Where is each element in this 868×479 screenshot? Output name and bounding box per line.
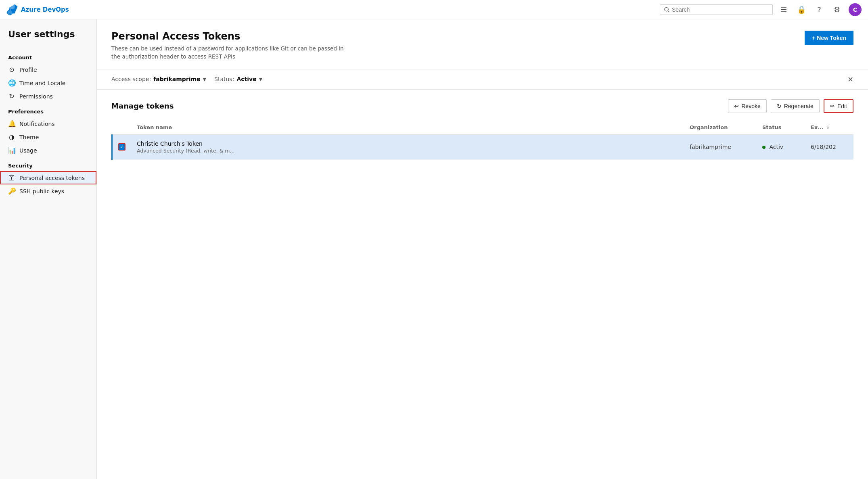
sidebar-item-ssh-public-keys[interactable]: 🔑 SSH public keys	[0, 184, 96, 198]
lock-icon[interactable]: 🔒	[795, 4, 807, 16]
status-active-dot	[762, 146, 766, 149]
tokens-table: Token name Organization Status Ex... ↓	[111, 120, 853, 160]
token-expiry: 6/18/202	[811, 144, 836, 150]
table-header-row: Token name Organization Status Ex... ↓	[112, 120, 854, 135]
ssh-icon: 🔑	[8, 187, 15, 195]
svg-line-1	[668, 10, 669, 12]
status-chevron-icon: ▼	[259, 77, 262, 82]
search-icon	[664, 7, 669, 13]
topnav: Azure DevOps ☰ 🔒 ? ⚙ C	[0, 0, 868, 19]
sidebar-item-label: Permissions	[19, 93, 53, 100]
search-input[interactable]	[672, 6, 768, 13]
sidebar-title: User settings	[0, 29, 96, 49]
token-scope: Advanced Security (Read, write, & m...	[137, 148, 678, 154]
sidebar-item-label: SSH public keys	[19, 188, 64, 195]
avatar[interactable]: C	[849, 3, 862, 16]
globe-icon: 🌐	[8, 79, 15, 87]
row-status-cell: Activ	[757, 134, 805, 159]
manage-tokens-header: Manage tokens ↩ Revoke ↻ Regenerate ✏ Ed…	[111, 99, 853, 113]
revoke-button[interactable]: ↩ Revoke	[728, 99, 766, 113]
status-filter[interactable]: Status: Active ▼	[214, 76, 262, 82]
sort-desc-icon: ↓	[826, 125, 830, 130]
sidebar-item-label: Time and Locale	[19, 80, 65, 86]
sidebar-section-security: Security	[0, 157, 96, 171]
person-icon: ⊙	[8, 66, 15, 73]
sidebar-item-label: Notifications	[19, 121, 55, 127]
azure-devops-logo-icon	[6, 4, 18, 15]
row-checkbox[interactable]: ✓	[118, 143, 125, 151]
col-header-org: Organization	[684, 120, 757, 135]
col-name-label: Token name	[137, 124, 172, 130]
bell-icon: 🔔	[8, 120, 15, 128]
col-header-exp[interactable]: Ex... ↓	[805, 120, 853, 135]
status-value: Active	[236, 76, 256, 82]
col-header-check	[112, 120, 132, 135]
sidebar-item-label: Profile	[19, 67, 37, 73]
app-name: Azure DevOps	[21, 6, 69, 13]
token-org: fabrikamprime	[690, 144, 731, 150]
token-status: Activ	[769, 144, 783, 150]
sidebar-item-time-locale[interactable]: 🌐 Time and Locale	[0, 76, 96, 90]
row-exp-cell: 6/18/202	[805, 134, 853, 159]
page-header-text: Personal Access Tokens These can be used…	[111, 31, 353, 61]
row-checkbox-cell[interactable]: ✓	[112, 134, 132, 159]
table-row[interactable]: ✓ Christie Church's Token Advanced Secur…	[112, 134, 854, 159]
sidebar-section-account: Account	[0, 49, 96, 63]
regenerate-label: Regenerate	[784, 103, 814, 109]
layout: User settings Account ⊙ Profile 🌐 Time a…	[0, 19, 868, 479]
sidebar-section-preferences: Preferences	[0, 103, 96, 117]
sidebar-item-label: Personal access tokens	[19, 175, 85, 181]
regenerate-icon: ↻	[777, 103, 782, 109]
sidebar-item-notifications[interactable]: 🔔 Notifications	[0, 117, 96, 130]
sidebar-item-usage[interactable]: 📊 Usage	[0, 144, 96, 157]
col-exp-label: Ex...	[811, 124, 824, 130]
sidebar-item-permissions[interactable]: ↻ Permissions	[0, 90, 96, 103]
col-status-label: Status	[762, 124, 782, 130]
app-logo[interactable]: Azure DevOps	[6, 4, 69, 15]
key-icon: ⚿	[8, 174, 15, 182]
sidebar-item-theme[interactable]: ◑ Theme	[0, 130, 96, 144]
page-header: Personal Access Tokens These can be used…	[97, 19, 868, 69]
edit-button[interactable]: ✏ Edit	[824, 99, 853, 113]
scope-filter[interactable]: Access scope: fabrikamprime ▼	[111, 76, 206, 82]
topnav-icons: ☰ 🔒 ? ⚙ C	[778, 3, 862, 16]
theme-icon: ◑	[8, 133, 15, 141]
scope-value: fabrikamprime	[153, 76, 200, 82]
manage-tokens-title: Manage tokens	[111, 102, 174, 110]
filter-bar: Access scope: fabrikamprime ▼ Status: Ac…	[97, 69, 868, 90]
filter-close-icon[interactable]: ✕	[847, 75, 853, 84]
settings-icon[interactable]: ⚙	[831, 4, 843, 16]
col-header-status: Status	[757, 120, 805, 135]
sidebar-item-label: Theme	[19, 134, 39, 140]
col-header-name: Token name	[131, 120, 684, 135]
sidebar-item-profile[interactable]: ⊙ Profile	[0, 63, 96, 76]
sidebar-item-label: Usage	[19, 147, 37, 154]
sidebar: User settings Account ⊙ Profile 🌐 Time a…	[0, 19, 97, 479]
main-content: Personal Access Tokens These can be used…	[97, 19, 868, 479]
col-org-label: Organization	[690, 124, 728, 130]
edit-label: Edit	[837, 103, 847, 109]
page-title: Personal Access Tokens	[111, 31, 353, 42]
regenerate-button[interactable]: ↻ Regenerate	[771, 99, 820, 113]
row-org-cell: fabrikamprime	[684, 134, 757, 159]
page-description: These can be used instead of a password …	[111, 44, 353, 61]
new-token-button[interactable]: + New Token	[805, 31, 853, 45]
edit-icon: ✏	[830, 103, 835, 109]
checkbox-wrapper[interactable]: ✓	[118, 143, 125, 151]
row-token-name-cell: Christie Church's Token Advanced Securit…	[131, 134, 684, 159]
sidebar-item-personal-access-tokens[interactable]: ⚿ Personal access tokens	[0, 171, 96, 184]
token-actions: ↩ Revoke ↻ Regenerate ✏ Edit	[728, 99, 853, 113]
task-list-icon[interactable]: ☰	[778, 4, 790, 16]
revoke-icon: ↩	[734, 103, 739, 109]
search-box[interactable]	[660, 4, 773, 15]
token-name: Christie Church's Token	[137, 140, 678, 147]
usage-icon: 📊	[8, 146, 15, 154]
help-icon[interactable]: ?	[813, 4, 825, 16]
status-label: Status:	[214, 76, 234, 82]
revoke-label: Revoke	[741, 103, 760, 109]
token-section: Manage tokens ↩ Revoke ↻ Regenerate ✏ Ed…	[97, 90, 868, 169]
scope-label: Access scope:	[111, 76, 151, 82]
scope-chevron-icon: ▼	[203, 77, 206, 82]
permissions-icon: ↻	[8, 92, 15, 100]
